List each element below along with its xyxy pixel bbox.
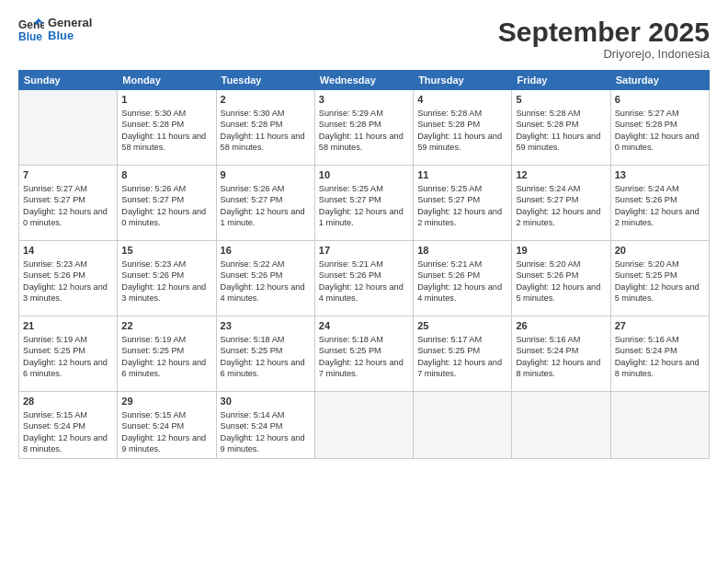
- daylight-label: Daylight: 12 hours and 9 minutes.: [221, 433, 305, 454]
- calendar-cell: 18Sunrise: 5:21 AMSunset: 5:26 PMDayligh…: [414, 241, 512, 316]
- sunrise-label: Sunrise: 5:16 AM: [615, 335, 679, 344]
- day-number: 3: [319, 93, 409, 107]
- calendar-cell: 6Sunrise: 5:27 AMSunset: 5:28 PMDaylight…: [610, 90, 709, 166]
- daylight-label: Daylight: 11 hours and 58 minutes.: [121, 132, 206, 152]
- day-number: 27: [615, 319, 705, 333]
- sunrise-label: Sunrise: 5:27 AM: [23, 184, 87, 193]
- daylight-label: Daylight: 12 hours and 4 minutes.: [417, 282, 502, 303]
- sunset-label: Sunset: 5:27 PM: [516, 195, 578, 204]
- title-block: September 2025 Driyorejo, Indonesia: [498, 17, 710, 61]
- daylight-label: Daylight: 12 hours and 6 minutes.: [23, 358, 108, 378]
- calendar: Sunday Monday Tuesday Wednesday Thursday…: [18, 70, 710, 459]
- sunrise-label: Sunrise: 5:22 AM: [221, 259, 285, 269]
- calendar-cell: 1Sunrise: 5:30 AMSunset: 5:28 PMDaylight…: [118, 90, 216, 166]
- sunset-label: Sunset: 5:24 PM: [516, 346, 578, 355]
- sunrise-label: Sunrise: 5:14 AM: [221, 410, 285, 419]
- sunset-label: Sunset: 5:25 PM: [615, 270, 677, 280]
- calendar-cell: 28Sunrise: 5:15 AMSunset: 5:24 PMDayligh…: [19, 392, 118, 459]
- sunset-label: Sunset: 5:28 PM: [417, 120, 480, 129]
- sunrise-label: Sunrise: 5:30 AM: [121, 109, 186, 118]
- daylight-label: Daylight: 12 hours and 8 minutes.: [23, 433, 108, 454]
- calendar-cell: [19, 90, 118, 166]
- day-number: 6: [615, 93, 705, 107]
- daylight-label: Daylight: 12 hours and 3 minutes.: [121, 282, 206, 303]
- sunset-label: Sunset: 5:25 PM: [23, 346, 85, 355]
- location: Driyorejo, Indonesia: [498, 47, 710, 61]
- day-number: 24: [319, 319, 409, 333]
- sunset-label: Sunset: 5:24 PM: [615, 346, 677, 355]
- day-number: 23: [221, 319, 311, 333]
- sunrise-label: Sunrise: 5:15 AM: [23, 410, 87, 419]
- calendar-cell: 13Sunrise: 5:24 AMSunset: 5:26 PMDayligh…: [610, 166, 709, 241]
- daylight-label: Daylight: 12 hours and 1 minute.: [221, 207, 305, 227]
- day-number: 12: [516, 168, 606, 182]
- sunrise-label: Sunrise: 5:25 AM: [417, 184, 482, 193]
- month-title: September 2025: [498, 17, 710, 47]
- daylight-label: Daylight: 12 hours and 4 minutes.: [319, 282, 404, 303]
- day-number: 10: [319, 168, 409, 182]
- sunset-label: Sunset: 5:24 PM: [23, 421, 85, 431]
- calendar-cell: 21Sunrise: 5:19 AMSunset: 5:25 PMDayligh…: [19, 316, 118, 392]
- sunrise-label: Sunrise: 5:23 AM: [23, 259, 87, 269]
- daylight-label: Daylight: 12 hours and 0 minutes.: [23, 207, 108, 227]
- sunrise-label: Sunrise: 5:24 AM: [615, 184, 679, 193]
- sunset-label: Sunset: 5:26 PM: [417, 270, 480, 280]
- header: General Blue General Blue September 2025…: [18, 17, 710, 61]
- calendar-cell: 16Sunrise: 5:22 AMSunset: 5:26 PMDayligh…: [216, 241, 314, 316]
- calendar-cell: 15Sunrise: 5:23 AMSunset: 5:26 PMDayligh…: [118, 241, 216, 316]
- day-number: 5: [516, 93, 606, 107]
- calendar-cell: 24Sunrise: 5:18 AMSunset: 5:25 PMDayligh…: [314, 316, 413, 392]
- sunrise-label: Sunrise: 5:21 AM: [319, 259, 383, 269]
- th-wednesday: Wednesday: [314, 71, 413, 90]
- day-number: 19: [516, 244, 606, 258]
- sunrise-label: Sunrise: 5:25 AM: [319, 184, 383, 193]
- calendar-cell: 22Sunrise: 5:19 AMSunset: 5:25 PMDayligh…: [118, 316, 216, 392]
- logo-line2: Blue: [48, 29, 92, 42]
- daylight-label: Daylight: 12 hours and 2 minutes.: [615, 207, 700, 227]
- weekday-header-row: Sunday Monday Tuesday Wednesday Thursday…: [19, 71, 710, 90]
- daylight-label: Daylight: 12 hours and 5 minutes.: [615, 282, 700, 303]
- day-number: 4: [417, 93, 507, 107]
- th-friday: Friday: [512, 71, 610, 90]
- calendar-cell: 4Sunrise: 5:28 AMSunset: 5:28 PMDaylight…: [414, 90, 512, 166]
- daylight-label: Daylight: 12 hours and 2 minutes.: [516, 207, 600, 227]
- th-tuesday: Tuesday: [216, 71, 314, 90]
- day-number: 28: [23, 395, 113, 408]
- day-number: 22: [121, 319, 211, 333]
- sunset-label: Sunset: 5:25 PM: [417, 346, 480, 355]
- daylight-label: Daylight: 12 hours and 3 minutes.: [23, 282, 108, 303]
- sunrise-label: Sunrise: 5:26 AM: [121, 184, 186, 193]
- logo-line1: General: [48, 17, 92, 29]
- sunset-label: Sunset: 5:24 PM: [221, 421, 283, 431]
- calendar-cell: 20Sunrise: 5:20 AMSunset: 5:25 PMDayligh…: [610, 241, 709, 316]
- sunset-label: Sunset: 5:26 PM: [516, 270, 578, 280]
- daylight-label: Daylight: 12 hours and 6 minutes.: [121, 358, 206, 378]
- sunset-label: Sunset: 5:28 PM: [516, 120, 578, 129]
- sunset-label: Sunset: 5:26 PM: [221, 270, 283, 280]
- calendar-cell: 25Sunrise: 5:17 AMSunset: 5:25 PMDayligh…: [414, 316, 512, 392]
- sunset-label: Sunset: 5:24 PM: [121, 421, 184, 431]
- sunrise-label: Sunrise: 5:18 AM: [319, 335, 383, 344]
- calendar-cell: 30Sunrise: 5:14 AMSunset: 5:24 PMDayligh…: [216, 392, 314, 459]
- daylight-label: Daylight: 12 hours and 7 minutes.: [319, 358, 404, 378]
- daylight-label: Daylight: 12 hours and 0 minutes.: [615, 132, 700, 152]
- sunrise-label: Sunrise: 5:20 AM: [516, 259, 580, 269]
- sunset-label: Sunset: 5:27 PM: [221, 195, 283, 204]
- sunrise-label: Sunrise: 5:15 AM: [121, 410, 186, 419]
- page: General Blue General Blue September 2025…: [0, 0, 728, 563]
- calendar-cell: 2Sunrise: 5:30 AMSunset: 5:28 PMDaylight…: [216, 90, 314, 166]
- calendar-cell: 11Sunrise: 5:25 AMSunset: 5:27 PMDayligh…: [414, 166, 512, 241]
- calendar-cell: 23Sunrise: 5:18 AMSunset: 5:25 PMDayligh…: [216, 316, 314, 392]
- calendar-cell: 12Sunrise: 5:24 AMSunset: 5:27 PMDayligh…: [512, 166, 610, 241]
- sunset-label: Sunset: 5:26 PM: [615, 195, 677, 204]
- day-number: 1: [121, 93, 211, 107]
- th-sunday: Sunday: [19, 71, 118, 90]
- daylight-label: Daylight: 12 hours and 8 minutes.: [615, 358, 700, 378]
- calendar-cell: 17Sunrise: 5:21 AMSunset: 5:26 PMDayligh…: [314, 241, 413, 316]
- day-number: 15: [121, 244, 211, 258]
- logo: General Blue General Blue: [18, 17, 92, 43]
- daylight-label: Daylight: 11 hours and 59 minutes.: [417, 132, 502, 152]
- sunrise-label: Sunrise: 5:19 AM: [121, 335, 186, 344]
- daylight-label: Daylight: 12 hours and 5 minutes.: [516, 282, 600, 303]
- daylight-label: Daylight: 12 hours and 9 minutes.: [121, 433, 206, 454]
